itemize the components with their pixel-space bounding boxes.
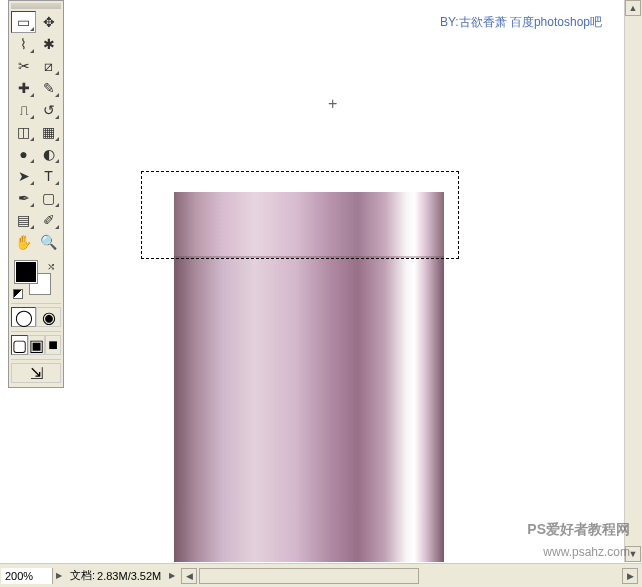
horizontal-scrollbar[interactable]: ◀ ▶ [181,568,638,584]
healing-tool[interactable]: ✚ [11,77,36,99]
pen-tool[interactable]: ✒ [11,187,36,209]
hand-tool[interactable]: ✋ [11,231,36,253]
notes-tool[interactable]: ▤ [11,209,36,231]
eyedropper-tool[interactable]: ✐ [36,209,61,231]
doc-value: 2.83M/3.52M [97,570,161,582]
shape-tool[interactable]: ▢ [36,187,61,209]
watermark-url: www.psahz.com [543,545,630,559]
slice-tool[interactable]: ⧄ [36,55,61,77]
screen-standard-button[interactable]: ▢ [11,335,28,355]
color-picker: ⤭ [11,259,61,299]
scrollbar-thumb[interactable] [199,568,419,584]
crop-tool[interactable]: ✂ [11,55,36,77]
cursor-crosshair: + [328,95,337,113]
watermark-title: PS爱好者教程网 [527,521,630,539]
brush-tool[interactable]: ✎ [36,77,61,99]
dodge-tool[interactable]: ◐ [36,143,61,165]
marquee-tool[interactable]: ▭ [11,11,36,33]
standard-mode-button[interactable]: ◯ [11,307,36,327]
zoom-input[interactable]: 200% [1,568,53,584]
quickmask-row: ◯ ◉ [11,303,61,327]
doc-label: 文档: [70,568,95,583]
default-colors-icon[interactable] [13,289,23,299]
vertical-scrollbar[interactable]: ▲ ▼ [624,0,642,562]
status-bar: 200% ▶ 文档: 2.83M/3.52M ▶ ◀ ▶ [0,563,642,587]
credit-text: BY:古欲香萧 百度photoshop吧 [440,14,602,31]
status-menu-left-icon[interactable]: ▶ [54,571,64,580]
type-tool[interactable]: T [36,165,61,187]
swap-colors-icon[interactable]: ⤭ [47,261,55,272]
stamp-tool[interactable]: ⎍ [11,99,36,121]
screen-full-button[interactable]: ■ [45,335,61,355]
marquee-selection[interactable] [141,171,459,259]
scroll-up-icon[interactable]: ▲ [625,0,641,16]
canvas-area[interactable]: BY:古欲香萧 百度photoshop吧 + [0,0,642,562]
magic-wand-tool[interactable]: ✱ [36,33,61,55]
jump-to-button[interactable]: ⇲ [11,363,61,383]
lasso-tool[interactable]: ⌇ [11,33,36,55]
gradient-tool[interactable]: ▦ [36,121,61,143]
move-tool[interactable]: ✥ [36,11,61,33]
screenmode-row: ▢ ▣ ■ [11,331,61,355]
quickmask-mode-button[interactable]: ◉ [36,307,61,327]
toolbox-grip[interactable] [11,3,61,9]
jump-row: ⇲ [11,359,61,383]
history-brush-tool[interactable]: ↺ [36,99,61,121]
toolbox: ▭✥⌇✱✂⧄✚✎⎍↺◫▦●◐➤T✒▢▤✐✋🔍 ⤭ ◯ ◉ ▢ ▣ ■ ⇲ [8,0,64,388]
scroll-left-icon[interactable]: ◀ [181,568,197,584]
blur-tool[interactable]: ● [11,143,36,165]
eraser-tool[interactable]: ◫ [11,121,36,143]
cylinder-body [174,258,444,562]
scroll-right-icon[interactable]: ▶ [622,568,638,584]
screen-full-menu-button[interactable]: ▣ [28,335,45,355]
path-select-tool[interactable]: ➤ [11,165,36,187]
foreground-color[interactable] [15,261,37,283]
zoom-tool[interactable]: 🔍 [36,231,61,253]
document-info[interactable]: 文档: 2.83M/3.52M [64,568,167,583]
status-menu-right-icon[interactable]: ▶ [167,571,177,580]
